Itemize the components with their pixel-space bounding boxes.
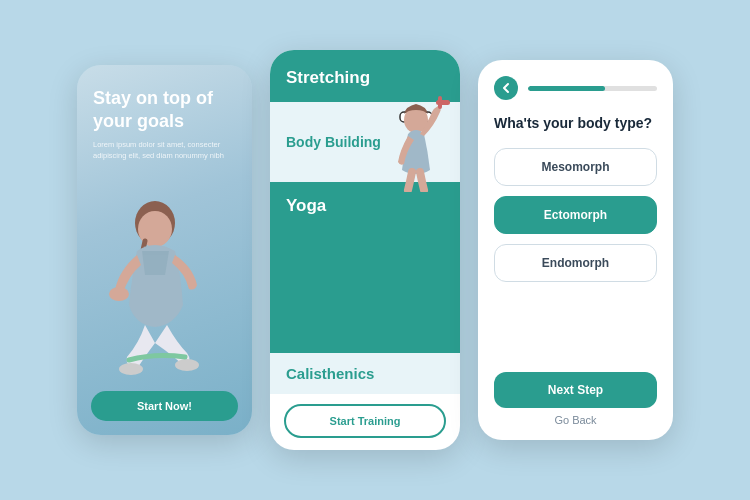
go-back-button[interactable]: Go Back [494,414,657,426]
screen2-workout-selection: Stretching Body Building [270,50,460,450]
start-now-button[interactable]: Start Now! [91,391,238,421]
bodybuilding-section[interactable]: Body Building [270,102,460,182]
yoga-label: Yoga [286,196,444,216]
option-mesomorph[interactable]: Mesomorph [494,148,657,186]
screen1-title: Stay on top of your goals [93,87,236,132]
calisthenics-label: Calisthenics [286,365,444,382]
screen3-header [494,76,657,100]
workout-figure [87,195,217,385]
body-type-question: Wha'ts your body type? [494,114,657,132]
next-step-button[interactable]: Next Step [494,372,657,408]
screens-container: Stay on top of your goals Lorem ipsum do… [57,30,693,470]
bodybuilding-label: Body Building [286,134,381,150]
screen1-onboarding: Stay on top of your goals Lorem ipsum do… [77,65,252,435]
yoga-section[interactable]: Yoga [270,182,460,353]
screen1-subtitle: Lorem ipsum dolor sit amet, consecter ad… [93,140,236,161]
screen1-text-block: Stay on top of your goals Lorem ipsum do… [93,87,236,161]
svg-point-4 [175,359,199,371]
bodybuilding-figure [376,92,456,192]
stretching-label: Stretching [286,68,444,88]
svg-point-2 [109,287,129,301]
svg-point-3 [119,363,143,375]
back-button[interactable] [494,76,518,100]
svg-rect-9 [438,96,442,109]
calisthenics-section[interactable]: Calisthenics [270,353,460,394]
progress-bar [528,86,657,91]
start-training-button[interactable]: Start Training [284,404,446,438]
option-ectomorph[interactable]: Ectomorph [494,196,657,234]
screen3-body-type: Wha'ts your body type? Mesomorph Ectomor… [478,60,673,440]
progress-fill [528,86,605,91]
option-endomorph[interactable]: Endomorph [494,244,657,282]
